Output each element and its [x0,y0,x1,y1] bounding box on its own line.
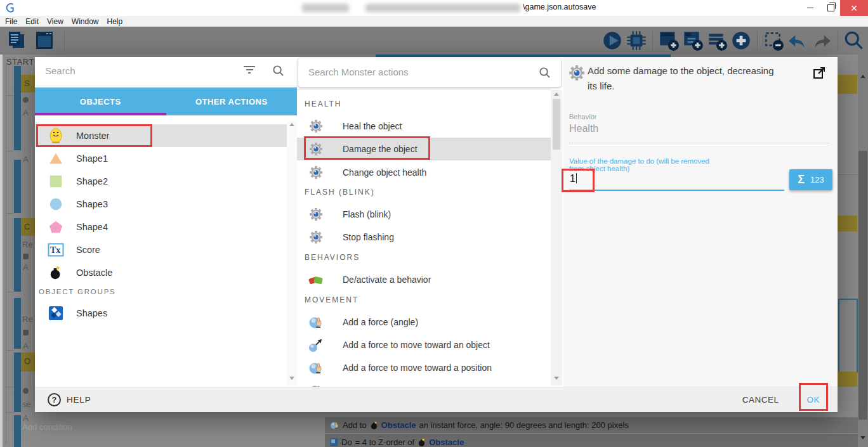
object-group-item-shapes[interactable]: Shapes [35,302,287,325]
action-item-force-toward-object[interactable]: Add a force to move toward an object [297,334,551,356]
field-divider [569,143,829,143]
event-badge [838,75,857,94]
object-item-monster[interactable]: Monster [35,124,287,147]
scene-tab-label[interactable]: START [6,57,34,67]
tab-other-actions[interactable]: OTHER ACTIONS [166,87,298,115]
action-item-heal[interactable]: Heal the object [297,115,551,138]
action-item-change-health[interactable]: Change object health [297,161,551,184]
redo-icon[interactable] [810,29,833,52]
event-tree-tick [6,151,14,152]
event-fragment: Re [22,314,33,324]
scroll-down-icon[interactable] [554,377,559,380]
event-divider [838,174,858,175]
object-item-score[interactable]: Tx Score [35,238,287,261]
tab-objects[interactable]: OBJECTS [35,87,166,115]
text-caret [576,173,577,183]
section-header-health: HEALTH [305,100,341,108]
help-button[interactable]: ? HELP [48,393,91,406]
action-item-stop-flashing[interactable]: Stop flashing [297,226,551,249]
filter-icon[interactable] [244,66,255,76]
action-label: De/activate a behavior [343,275,431,285]
object-name: Score [76,245,100,255]
object-name: Shapes [76,308,107,318]
project-manager-icon[interactable] [5,29,28,52]
minimize-button[interactable] [801,0,820,16]
event-selection-outline [838,299,858,373]
event-fragment: A [23,341,29,351]
event-action-icon [23,388,29,394]
action-search-field[interactable]: Search Monster actions [298,58,561,87]
event-action-icon [23,254,29,259]
scroll-down-icon[interactable] [289,377,294,380]
action-item-force-angle[interactable]: Add a force (angle) [297,311,551,334]
behavior-field-value[interactable]: Health [569,123,598,134]
scroll-up-icon[interactable] [554,93,559,96]
cancel-button[interactable]: CANCEL [742,395,779,405]
search-icon[interactable] [843,29,865,52]
object-item-shape2[interactable]: Shape2 [35,170,287,193]
search-icon[interactable] [539,67,551,79]
debug-icon[interactable] [625,29,648,52]
event-badge [838,372,857,387]
toolbar-separator [64,31,65,50]
event-badge [838,216,857,231]
section-header-movement: MOVEMENT [305,295,358,304]
action-item-force-toward-position[interactable]: Add a force to move toward a position [297,356,551,379]
event-action-row[interactable]: Do = 4 to Z-order of Obstacle [325,434,858,447]
restore-button[interactable] [821,0,840,16]
numbers-label: 123 [810,175,824,185]
action-item-deactivate-behavior[interactable]: De/activate a behavior [297,268,551,291]
ok-button[interactable]: OK [806,395,820,405]
expression-editor-button[interactable]: Σ 123 [789,169,832,190]
menu-file[interactable]: File [5,17,17,26]
gear-icon [308,119,324,134]
add-condition-placeholder[interactable]: Add condition [22,422,72,432]
add-event-icon[interactable] [657,29,680,52]
pink-pentagon-icon [48,219,64,235]
object-item-shape3[interactable]: Shape3 [35,193,287,216]
vertical-scrollbar[interactable] [858,55,868,447]
close-button[interactable]: ✕ [840,0,868,16]
add-circle-icon[interactable] [730,29,753,52]
scene-editor-icon[interactable] [33,29,56,52]
actions-list: HEALTH Heal the object Damage the object… [297,89,551,387]
scroll-up-icon[interactable] [860,75,865,78]
object-item-shape4[interactable]: Shape4 [35,216,287,238]
search-icon[interactable] [272,65,284,77]
menu-view[interactable]: View [47,17,63,26]
scrollbar-thumb[interactable] [858,151,867,420]
event-action-row[interactable]: Add to Obstacle an instant force, angle:… [325,417,858,433]
actions-scrollbar[interactable] [551,90,562,385]
action-label: Add a force to move toward an object [343,340,490,350]
scroll-up-icon[interactable] [289,123,294,126]
object-item-shape1[interactable]: Shape1 [35,147,287,170]
object-name: Shape2 [76,176,108,186]
scrollbar-thumb[interactable] [553,99,560,150]
action-label: Heal the object [343,121,402,131]
action-label: Stop flashing [343,232,394,242]
action-description: Add some damage to the object, decreasin… [588,63,778,94]
event-fragment: S [24,79,30,88]
menu-edit[interactable]: Edit [25,17,39,26]
object-name: Monster [76,131,109,141]
menu-help[interactable]: Help [107,17,123,26]
add-subevent-icon[interactable] [681,29,704,52]
add-comment-icon[interactable] [706,29,728,52]
undo-icon[interactable] [786,29,809,52]
object-item-obstacle[interactable]: Obstacle [35,261,287,284]
delete-event-icon[interactable] [762,29,785,52]
damage-value-input[interactable]: 1 [570,173,577,185]
toolbar-separator [652,31,653,50]
play-icon[interactable] [601,29,624,52]
open-help-external-icon[interactable] [812,66,826,80]
event-fragment: C [24,222,30,231]
menu-window[interactable]: Window [72,17,99,26]
event-tree-tick [6,387,14,387]
objects-scrollbar[interactable] [287,120,297,385]
value-field-label-line1: Value of the damage to do (will be remov… [569,157,709,165]
object-search-field[interactable]: Search [35,57,297,86]
scroll-down-icon[interactable] [860,436,865,439]
action-item-damage[interactable]: Damage the object [297,138,551,160]
force-icon [308,314,324,330]
action-item-flash[interactable]: Flash (blink) [297,203,551,226]
